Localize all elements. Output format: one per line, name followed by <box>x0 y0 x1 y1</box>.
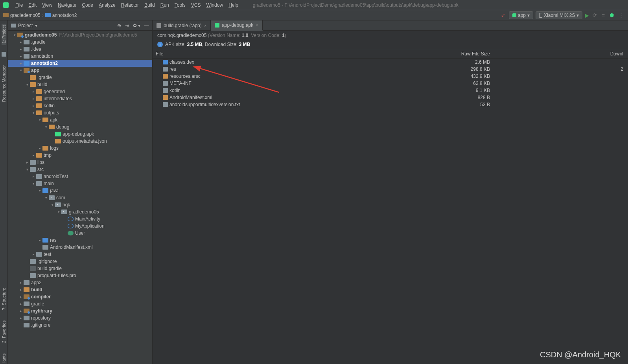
tree-item[interactable]: annotation2 <box>8 60 152 67</box>
tree-item[interactable]: app-debug.apk <box>8 131 152 138</box>
menu-view[interactable]: View <box>39 2 55 8</box>
editor-tabs: build.gradle (:app)×app-debug.apk× <box>153 20 628 31</box>
apk-file-table: File Raw File Size Downl classes.dex2.6 … <box>153 49 628 364</box>
collapse-icon[interactable]: ⇥ <box>125 23 129 28</box>
tool-tab-project[interactable]: 1: Project <box>2 24 6 45</box>
file-table-header: File Raw File Size Downl <box>153 49 628 59</box>
tree-item[interactable]: src <box>8 166 152 173</box>
tree-item[interactable]: gradle <box>8 300 152 307</box>
tree-item[interactable]: test <box>8 251 152 258</box>
more-icon[interactable]: ⋮ <box>617 12 625 18</box>
file-row[interactable]: androidsupportmultidexversion.txt53 B <box>153 101 628 108</box>
tree-item[interactable]: .gitignore <box>8 322 152 329</box>
menu-help[interactable]: Help <box>226 2 241 8</box>
tree-item[interactable]: build <box>8 81 152 88</box>
tree-item[interactable]: gradledemo05 <box>8 208 152 215</box>
apk-size-text: APK size: 3.5 MB, Download Size: 3 MB <box>165 42 250 47</box>
tree-item[interactable]: AndroidManifest.xml <box>8 244 152 251</box>
menu-file[interactable]: File <box>13 2 26 8</box>
tool-tab-structure[interactable]: 7: Structure <box>2 286 6 312</box>
editor-tab[interactable]: build.gradle (:app)× <box>153 20 211 30</box>
tree-item[interactable]: kotlin <box>8 102 152 109</box>
locate-icon[interactable]: ⊕ <box>117 23 121 28</box>
col-file[interactable]: File <box>153 51 404 57</box>
tool-tab-favorites[interactable]: 2: Favorites <box>2 319 6 344</box>
tree-item[interactable]: gradledemo05F:\AndroidProjectDemo\gradle… <box>8 31 152 39</box>
menu-edit[interactable]: Edit <box>26 2 39 8</box>
close-icon[interactable]: × <box>256 23 258 28</box>
tool-icon[interactable] <box>2 52 6 57</box>
tree-item[interactable]: build <box>8 286 152 293</box>
menu-build[interactable]: Build <box>142 2 158 8</box>
file-row[interactable]: classes.dex2.6 MB <box>153 59 628 66</box>
tree-item[interactable]: User <box>8 230 152 237</box>
tree-item[interactable]: outputs <box>8 109 152 116</box>
run-config-dropdown[interactable]: app▾ <box>509 11 533 19</box>
menu-window[interactable]: Window <box>203 2 226 8</box>
file-row[interactable]: resources.arsc432.9 KB <box>153 73 628 80</box>
tree-item[interactable]: intermediates <box>8 95 152 102</box>
col-download-size[interactable]: Downl <box>495 51 628 57</box>
project-tree[interactable]: gradledemo05F:\AndroidProjectDemo\gradle… <box>8 31 152 364</box>
menu-navigate[interactable]: Navigate <box>55 2 79 8</box>
menu-run[interactable]: Run <box>158 2 172 8</box>
menu-tools[interactable]: Tools <box>172 2 188 8</box>
toolbar-right: ↙ app▾ Xiaomi MIX 2S▾ ▶ ⟳ ≡ ⬢ ⋮ <box>500 11 625 19</box>
breadcrumb-leaf[interactable]: annotation2 <box>45 13 77 18</box>
tree-item[interactable]: output-metadata.json <box>8 138 152 145</box>
tree-item[interactable]: res <box>8 237 152 244</box>
tree-item[interactable]: proguard-rules.pro <box>8 272 152 279</box>
tree-item[interactable]: generated <box>8 88 152 95</box>
file-row[interactable]: kotlin9.1 KB <box>153 87 628 94</box>
menu-refactor[interactable]: Refactor <box>118 2 142 8</box>
tree-item[interactable]: MainActivity <box>8 215 152 222</box>
tree-item[interactable]: repostory <box>8 314 152 322</box>
col-raw-size[interactable]: Raw File Size <box>404 51 495 57</box>
debug-icon[interactable]: ⟳ <box>591 12 598 18</box>
tree-item[interactable]: main <box>8 180 152 187</box>
tree-item[interactable]: build.gradle <box>8 265 152 272</box>
tree-item[interactable]: .idea <box>8 46 152 53</box>
project-panel-title: Project <box>18 23 33 28</box>
tree-item[interactable]: logs <box>8 145 152 152</box>
tree-item[interactable]: .gradle <box>8 39 152 46</box>
tree-item[interactable]: apk <box>8 116 152 123</box>
tool-tab-variants[interactable]: iants <box>2 352 6 364</box>
tree-item[interactable]: libs <box>8 159 152 166</box>
sync-icon[interactable]: ↙ <box>500 12 506 18</box>
tree-item[interactable]: hqk <box>8 201 152 208</box>
tree-item[interactable]: .gradle <box>8 74 152 81</box>
app-logo-icon <box>3 2 9 8</box>
settings-icon[interactable]: ✿ ▾ <box>133 23 140 28</box>
tree-item[interactable]: annotation <box>8 53 152 60</box>
apk-size-info: i APK size: 3.5 MB, Download Size: 3 MB <box>153 40 628 49</box>
tree-item[interactable]: java <box>8 187 152 194</box>
device-dropdown[interactable]: Xiaomi MIX 2S▾ <box>536 11 582 19</box>
file-row[interactable]: META-INF62.8 KB <box>153 80 628 87</box>
tree-item[interactable]: app <box>8 67 152 74</box>
project-panel: Project ▾ ⊕ ⇥ ✿ ▾ — gradledemo05F:\Andro… <box>8 20 153 364</box>
tree-item[interactable]: .gitignore <box>8 258 152 265</box>
tree-item[interactable]: MyApplication <box>8 222 152 230</box>
tree-item[interactable]: app2 <box>8 279 152 286</box>
editor-tab[interactable]: app-debug.apk× <box>211 20 263 31</box>
run-button[interactable]: ▶ <box>585 12 589 18</box>
tree-item[interactable]: mylibrary <box>8 307 152 314</box>
breadcrumb-root[interactable]: gradledemo05 <box>3 13 41 18</box>
menu-vcs[interactable]: VCS <box>188 2 204 8</box>
avd-icon[interactable]: ⬢ <box>608 12 615 18</box>
tool-tab-resource-manager[interactable]: Resource Manager <box>2 64 6 104</box>
file-row[interactable]: AndroidManifest.xml828 B <box>153 94 628 101</box>
profile-icon[interactable]: ≡ <box>600 12 606 18</box>
tree-item[interactable]: com <box>8 194 152 201</box>
close-icon[interactable]: × <box>204 23 206 28</box>
tree-item[interactable]: compiler <box>8 293 152 300</box>
menu-analyze[interactable]: Analyze <box>96 2 118 8</box>
dropdown-icon[interactable]: ▾ <box>35 23 37 28</box>
menu-code[interactable]: Code <box>79 2 96 8</box>
tree-item[interactable]: tmp <box>8 152 152 159</box>
hide-icon[interactable]: — <box>144 23 149 28</box>
tree-item[interactable]: debug <box>8 123 152 131</box>
tree-item[interactable]: androidTest <box>8 173 152 180</box>
file-row[interactable]: res298.8 KB2 <box>153 66 628 73</box>
